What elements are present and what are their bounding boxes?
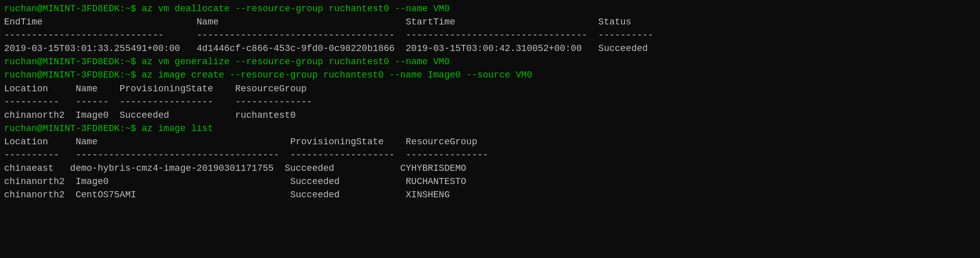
terminal-line-13: chinaeast demo-hybris-cmz4-image-2019030… [4,162,976,175]
terminal-line-5: ruchan@MININT-3FD8EDK:~$ az vm generaliz… [4,55,976,68]
terminal-line-12: ---------- -----------------------------… [4,148,976,162]
terminal-line-11: Location Name ProvisioningState Resource… [4,135,976,148]
terminal-line-14: chinanorth2 Image0 Succeeded RUCHANTESTO [4,175,976,188]
terminal-line-6: ruchan@MININT-3FD8EDK:~$ az image create… [4,68,976,82]
terminal-line-10: ruchan@MININT-3FD8EDK:~$ az image list [4,122,976,135]
prompt-user-2: ruchan@MININT-3FD8EDK:~$ az vm generaliz… [4,57,450,67]
terminal-line-7: Location Name ProvisioningState Resource… [4,82,976,95]
terminal-line-2: EndTime Name StartTime Status [4,15,976,29]
prompt-user-4: ruchan@MININT-3FD8EDK:~$ az image list [4,123,213,134]
terminal-line-8: ---------- ------ ----------------- ----… [4,95,976,109]
terminal-line-15: chinanorth2 CentOS75AMI Succeeded XINSHE… [4,188,976,201]
terminal-window: ruchan@MININT-3FD8EDK:~$ az vm deallocat… [0,0,980,258]
prompt-user-1: ruchan@MININT-3FD8EDK:~$ az vm deallocat… [4,4,450,14]
terminal-line-3: ----------------------------- ----------… [4,29,976,42]
terminal-line-1: ruchan@MININT-3FD8EDK:~$ az vm deallocat… [4,2,976,15]
terminal-line-4: 2019-03-15T03:01:33.255491+00:00 4d1446c… [4,42,976,55]
terminal-line-9: chinanorth2 Image0 Succeeded ruchantest0 [4,109,976,122]
prompt-user-3: ruchan@MININT-3FD8EDK:~$ az image create… [4,70,532,80]
